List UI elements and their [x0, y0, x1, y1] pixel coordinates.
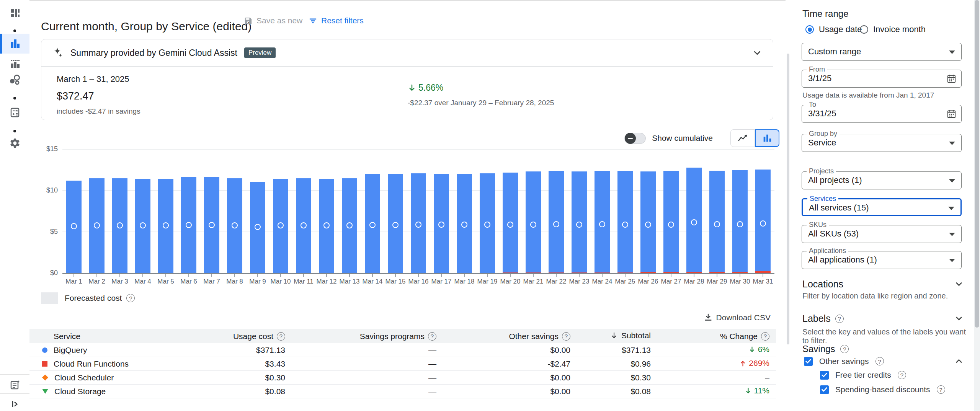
- chart-bar[interactable]: [296, 178, 311, 273]
- services-select[interactable]: Services All services (15): [802, 198, 962, 216]
- expand-panel-icon[interactable]: [0, 396, 29, 411]
- download-csv-button[interactable]: Download CSV: [704, 313, 771, 322]
- to-date-field[interactable]: To 3/31/25: [802, 105, 962, 123]
- chart-bar[interactable]: [595, 171, 610, 273]
- chart-bar[interactable]: [755, 170, 771, 273]
- show-cumulative-toggle[interactable]: [624, 133, 646, 144]
- reports-nav-item[interactable]: [0, 34, 29, 54]
- chart-bar-segment[interactable]: [755, 271, 771, 273]
- calendar-icon[interactable]: [946, 73, 957, 84]
- bar-chart-button[interactable]: [755, 129, 779, 147]
- chart-bar[interactable]: [250, 182, 265, 273]
- line-chart-button[interactable]: [730, 129, 755, 147]
- commitments-bubble-icon[interactable]: [0, 71, 29, 88]
- chart-bar[interactable]: [158, 179, 173, 273]
- skus-select[interactable]: SKUs All SKUs (53): [802, 225, 962, 243]
- chart-bar-segment[interactable]: [640, 272, 656, 273]
- page-scrollbar[interactable]: [974, 0, 980, 411]
- chart-bar[interactable]: [732, 170, 748, 273]
- chevron-down-icon[interactable]: [954, 313, 964, 324]
- usage-date-radio[interactable]: Usage date: [805, 24, 862, 34]
- chart-bar[interactable]: [66, 181, 82, 273]
- chart-bar[interactable]: [549, 171, 564, 273]
- col-usage-cost[interactable]: Usage cost?: [206, 329, 286, 343]
- col-other-savings[interactable]: Other savings?: [437, 329, 571, 343]
- cost-breakdown-icon[interactable]: [0, 55, 29, 72]
- chevron-down-icon[interactable]: [954, 279, 964, 289]
- chart-bar[interactable]: [181, 177, 196, 273]
- locations-section-title[interactable]: Locations: [802, 279, 843, 290]
- chart-bar-segment[interactable]: [572, 272, 587, 273]
- help-icon[interactable]: ?: [428, 332, 436, 341]
- scrollbar-thumb[interactable]: [787, 54, 789, 344]
- chart-bar[interactable]: [388, 174, 403, 273]
- col-service[interactable]: Service: [29, 329, 206, 343]
- free-tier-credits-checkbox[interactable]: Free tier credits ?: [820, 370, 906, 380]
- invoice-month-radio[interactable]: Invoice month: [860, 24, 926, 34]
- from-value: 3/1/25: [808, 70, 831, 87]
- chart-bar[interactable]: [480, 173, 495, 273]
- chart-bar[interactable]: [686, 168, 702, 274]
- chart-bar[interactable]: [572, 171, 587, 273]
- help-icon[interactable]: ?: [937, 385, 945, 394]
- chart-bar[interactable]: [457, 174, 472, 273]
- chart-bar[interactable]: [434, 174, 449, 273]
- chart-bar[interactable]: [411, 173, 426, 273]
- applications-select[interactable]: Applications All applications (1): [802, 251, 962, 269]
- chart-bar-segment[interactable]: [663, 272, 679, 273]
- chart-bar-segment[interactable]: [709, 272, 725, 273]
- overview-dashboard-icon[interactable]: [0, 5, 29, 21]
- chart-bar[interactable]: [526, 171, 541, 273]
- chart-bar-segment[interactable]: [732, 272, 748, 273]
- settings-gear-icon[interactable]: [0, 135, 29, 152]
- chart-bar[interactable]: [709, 171, 725, 273]
- chevron-up-icon[interactable]: [954, 356, 964, 367]
- chevron-down-icon[interactable]: [751, 47, 763, 59]
- chart-bar-segment[interactable]: [503, 272, 518, 273]
- chart-bar[interactable]: [204, 177, 219, 273]
- chart-bar[interactable]: [503, 173, 518, 274]
- save-as-new-button[interactable]: Save as new: [244, 16, 302, 25]
- gemini-summary-header[interactable]: Summary provided by Gemini Cloud Assist …: [41, 39, 773, 67]
- scrollbar-thumb[interactable]: [975, 0, 979, 328]
- chart-bar[interactable]: [617, 171, 633, 273]
- reset-filters-button[interactable]: Reset filters: [309, 16, 364, 25]
- help-icon[interactable]: ?: [835, 315, 844, 323]
- chart-bar[interactable]: [273, 179, 288, 273]
- chart-bar-segment[interactable]: [549, 272, 564, 273]
- chart-bar[interactable]: [135, 179, 150, 273]
- release-notes-icon[interactable]: [0, 377, 29, 393]
- help-icon[interactable]: ?: [277, 332, 285, 341]
- chart-bar[interactable]: [89, 178, 105, 273]
- range-preset-select[interactable]: Custom range: [802, 43, 962, 61]
- chart-bar-segment[interactable]: [595, 272, 610, 273]
- other-savings-checkbox[interactable]: Other savings ?: [804, 357, 884, 366]
- main-scrollbar[interactable]: [786, 0, 790, 411]
- spending-based-discounts-checkbox[interactable]: Spending-based discounts ?: [820, 385, 945, 394]
- help-icon[interactable]: ?: [761, 332, 769, 341]
- chart-bar[interactable]: [227, 178, 242, 273]
- labels-section-title[interactable]: Labels?: [802, 313, 844, 324]
- help-icon[interactable]: ?: [562, 332, 570, 341]
- help-icon[interactable]: ?: [898, 371, 906, 379]
- chart-bar[interactable]: [365, 174, 380, 273]
- chart-bar[interactable]: [640, 171, 656, 273]
- from-date-field[interactable]: From 3/1/25: [802, 70, 962, 88]
- group-by-select[interactable]: Group by Service: [802, 134, 962, 152]
- help-icon[interactable]: ?: [875, 357, 884, 365]
- col-subtotal[interactable]: Subtotal: [571, 329, 652, 343]
- col-savings-programs[interactable]: Savings programs?: [286, 329, 437, 343]
- chart-bar[interactable]: [342, 178, 357, 273]
- chart-bar-segment[interactable]: [617, 272, 633, 273]
- help-icon[interactable]: ?: [840, 345, 849, 353]
- chart-bar[interactable]: [319, 179, 334, 273]
- chart-bar-segment[interactable]: [526, 272, 541, 273]
- help-icon[interactable]: ?: [126, 294, 135, 302]
- projects-select[interactable]: Projects All projects (1): [802, 171, 962, 189]
- pricing-calculator-icon[interactable]: [0, 104, 29, 121]
- chart-bar[interactable]: [663, 171, 679, 273]
- col-percent-change[interactable]: % Change?: [652, 329, 776, 343]
- calendar-icon[interactable]: [946, 109, 957, 119]
- chart-bar-segment[interactable]: [686, 272, 702, 273]
- chart-bar[interactable]: [112, 178, 127, 273]
